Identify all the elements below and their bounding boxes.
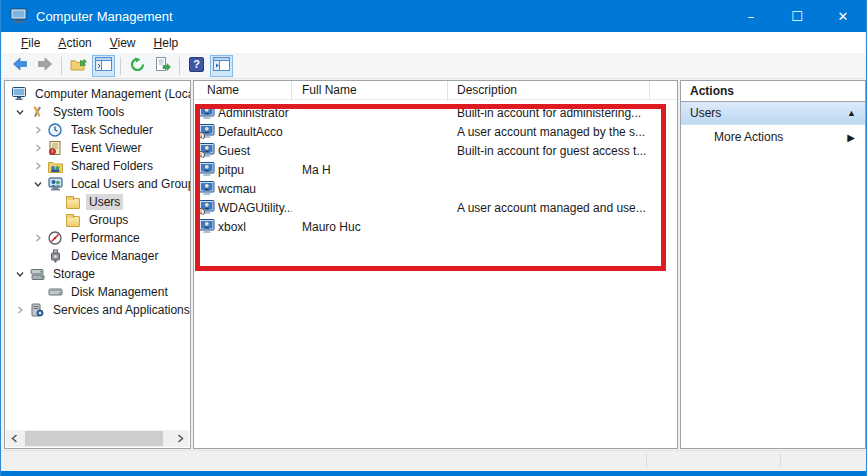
title-bar[interactable]: Computer Management – ☐ ✕ [1,0,866,32]
folder-icon [65,195,81,210]
user-description: A user account managed by the s... [448,125,677,139]
more-actions-item[interactable]: More Actions ▶ [681,125,865,149]
export-list-button[interactable] [151,55,174,77]
menu-action[interactable]: Action [49,34,100,52]
tree-item-label: Shared Folders [68,158,156,174]
user-full-name: Mauro Huc [292,220,448,234]
status-bar-divider [780,454,781,468]
actions-group-users[interactable]: Users ▲ [681,102,865,125]
collapse-icon[interactable]: ▲ [847,108,856,118]
refresh-button[interactable] [126,55,149,77]
chevron-right-icon[interactable] [29,141,47,155]
close-button[interactable]: ✕ [820,0,866,32]
tree-item-groups[interactable]: Groups [5,211,190,229]
user-icon [199,219,215,234]
tree-item-device-manager[interactable]: Device Manager [5,247,190,265]
tools-icon [29,105,45,120]
user-full-name: Ma H [292,163,448,177]
tree-item-label: Local Users and Groups [68,176,191,192]
back-icon [12,57,28,74]
tree-item-event-viewer[interactable]: ! Event Viewer [5,139,190,157]
user-icon [199,181,215,196]
show-action-pane-button[interactable] [210,55,233,77]
tree-item-computer-management[interactable]: Computer Management (Local [5,85,190,103]
actions-panel-title: Actions [681,81,865,102]
svg-text:?: ? [193,58,200,70]
scrollbar-thumb[interactable] [25,431,163,446]
chevron-right-icon[interactable] [29,231,47,245]
menu-bar: File Action View Help [2,32,865,53]
tree-item-label: Storage [50,266,98,282]
tree-item-label: Disk Management [68,284,171,300]
export-list-icon [155,57,171,75]
app-icon [10,8,28,24]
tree-item-users[interactable]: Users [5,193,190,211]
tree-item-label: System Tools [50,104,127,120]
window-bottom-border [1,471,866,476]
user-name: DefaultAcco [218,125,283,139]
list-header: Name Full Name Description [194,81,677,100]
chevron-down-icon[interactable] [29,177,47,191]
column-header-full-name[interactable]: Full Name [292,81,448,100]
scrollbar-track[interactable] [23,430,172,447]
computer-management-window: Computer Management – ☐ ✕ File Action Vi… [0,0,867,476]
user-row-wdagutility[interactable]: ↓WDAGUtility... A user account managed a… [194,198,677,217]
status-bar [2,450,865,471]
user-name: Guest [218,144,250,158]
user-row-defaultaccount[interactable]: ↓DefaultAcco A user account managed by t… [194,122,677,141]
back-button[interactable] [8,55,31,77]
tree-item-storage[interactable]: Storage [5,265,190,283]
tree-item-local-users-and-groups[interactable]: Local Users and Groups [5,175,190,193]
console-tree-panel: Computer Management (Local System Tools … [4,80,191,449]
tree-item-label: Performance [68,230,143,246]
tree-item-performance[interactable]: Performance [5,229,190,247]
tree-item-system-tools[interactable]: System Tools [5,103,190,121]
disk-management-icon [47,285,63,300]
tree-item-label: Groups [86,212,131,228]
toolbar-separator [179,57,180,75]
chevron-down-icon[interactable] [11,267,29,281]
column-header-description[interactable]: Description [448,81,650,100]
help-button[interactable]: ? [185,55,208,77]
user-row-administrator[interactable]: Administrator Built-in account for admin… [194,103,677,122]
user-row-pitpu[interactable]: pitpu Ma H [194,160,677,179]
forward-button[interactable] [33,55,56,77]
user-description: Built-in account for administering... [448,106,677,120]
column-header-spacer [650,81,677,100]
task-scheduler-icon [47,123,63,138]
chevron-right-icon[interactable] [29,159,47,173]
folder-icon [65,213,81,228]
user-name: xboxl [218,220,246,234]
twisty-spacer [29,285,47,299]
scroll-right-icon[interactable] [172,430,189,447]
menu-file[interactable]: File [12,34,49,52]
tree-item-shared-folders[interactable]: Shared Folders [5,157,190,175]
menu-view[interactable]: View [101,34,145,52]
scroll-left-icon[interactable] [6,430,23,447]
menu-help[interactable]: Help [145,34,188,52]
up-one-level-button[interactable] [67,55,90,77]
tree-horizontal-scrollbar[interactable] [6,430,189,447]
user-row-wcmau[interactable]: wcmau [194,179,677,198]
forward-icon [37,57,53,74]
tree-item-disk-management[interactable]: Disk Management [5,283,190,301]
tree-item-services-and-applications[interactable]: Services and Applications [5,301,190,319]
help-icon: ? [189,57,204,75]
show-console-tree-button[interactable] [92,55,115,77]
user-row-xboxl[interactable]: xboxl Mauro Huc [194,217,677,236]
chevron-right-icon[interactable] [29,123,47,137]
show-action-pane-icon [213,57,230,74]
user-icon-disabled: ↓ [199,200,215,215]
disabled-badge-icon: ↓ [197,132,205,139]
disabled-badge-icon: ↓ [197,208,205,215]
user-row-guest[interactable]: ↓Guest Built-in account for guest access… [194,141,677,160]
list-body: Administrator Built-in account for admin… [194,100,677,236]
chevron-down-icon[interactable] [11,105,29,119]
chevron-right-icon[interactable] [11,303,29,317]
minimize-button[interactable]: – [728,0,774,32]
maximize-button[interactable]: ☐ [774,0,820,32]
more-actions-label: More Actions [714,130,847,144]
tree-item-task-scheduler[interactable]: Task Scheduler [5,121,190,139]
tree-item-label: Services and Applications [50,302,191,318]
column-header-name[interactable]: Name [194,81,292,100]
